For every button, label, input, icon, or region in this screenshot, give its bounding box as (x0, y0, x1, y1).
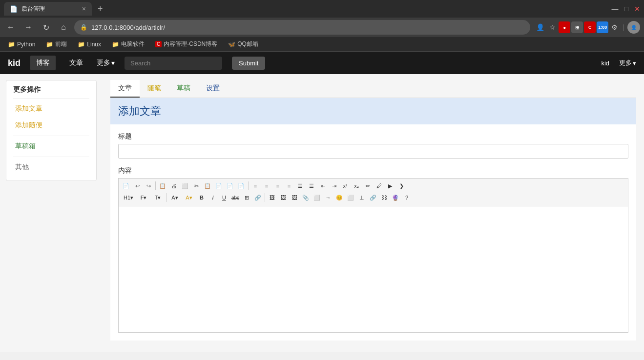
settings-icon[interactable]: ⚙ (609, 21, 620, 33)
sidebar: 更多操作 添加文章 添加随便 草稿箱 其他 (0, 74, 103, 352)
reload-button[interactable]: ↻ (39, 20, 53, 34)
rte-box[interactable]: ⬜ (312, 192, 322, 203)
rte-subscript[interactable]: x₂ (351, 180, 362, 191)
back-button[interactable]: ← (4, 20, 18, 34)
user-menu[interactable]: kid (601, 60, 609, 67)
nav-article[interactable]: 文章 (65, 57, 87, 69)
rte-cut[interactable]: ✂ (191, 180, 202, 191)
rte-arrow[interactable]: → (323, 192, 333, 203)
rte-edit[interactable]: 🖊 (374, 180, 384, 191)
rte-bold[interactable]: B (196, 192, 207, 203)
rte-align-justify[interactable]: ≡ (284, 180, 294, 191)
rte-sep (248, 181, 249, 190)
rte-copy[interactable]: 📋 (157, 180, 168, 191)
bookmark-linux[interactable]: 📁 Linux (74, 40, 105, 49)
rte-expand[interactable]: ❯ (396, 180, 407, 191)
rte-unlink[interactable]: ⛓ (379, 192, 390, 203)
rte-table[interactable]: ⊞ (241, 192, 252, 203)
rte-indent-in[interactable]: ⇥ (329, 180, 339, 191)
rte-image2[interactable]: 🖼 (278, 192, 289, 203)
rte-underline[interactable]: U (219, 192, 229, 203)
rte-redo[interactable]: ↪ (143, 180, 154, 191)
sidebar-link-draft[interactable]: 草稿箱 (13, 138, 89, 155)
lock-icon: 🔒 (80, 24, 87, 31)
rte-play[interactable]: ▶ (385, 180, 395, 191)
forward-button[interactable]: → (21, 20, 35, 34)
content-label: 内容 (118, 166, 628, 175)
bookmark-software[interactable]: 📁 电脑软件 (108, 39, 148, 49)
rte-heading[interactable]: H1▾ (121, 192, 136, 203)
ext-blue[interactable]: 1:00 (597, 21, 608, 33)
nav-more-dropdown[interactable]: 更多 ▾ (97, 59, 115, 67)
rte-spell[interactable]: ✏ (362, 180, 373, 191)
rte-strikethrough[interactable]: abc (230, 192, 241, 203)
rte-link2[interactable]: 🔗 (368, 192, 378, 203)
submit-button[interactable]: Submit (232, 57, 265, 70)
nav-blog[interactable]: 博客 (30, 56, 56, 70)
maximize-button[interactable]: □ (624, 5, 628, 13)
close-button[interactable]: ✕ (634, 5, 640, 13)
rte-align-center[interactable]: ≡ (261, 180, 272, 191)
minimize-button[interactable]: — (612, 5, 619, 13)
rte-content-area[interactable] (118, 206, 628, 333)
tab-article[interactable]: 文章 (110, 80, 140, 98)
rte-indent-out[interactable]: ⇤ (317, 180, 328, 191)
rte-frame2[interactable]: ⬜ (345, 192, 356, 203)
bookmarks-bar: 📁 Python 📁 前端 📁 Linux 📁 电脑软件 C 内容管理-CSDN… (0, 37, 644, 52)
rte-print[interactable]: 🖨 (168, 180, 179, 191)
ext-gray[interactable]: ⊞ (571, 21, 583, 33)
rte-spell2[interactable]: 🔮 (390, 192, 401, 203)
rte-sep (166, 193, 166, 202)
bookmark-qqmail[interactable]: 🦋 QQ邮箱 (224, 39, 262, 49)
home-button[interactable]: ⌂ (57, 20, 70, 34)
new-tab-button[interactable]: + (95, 4, 106, 14)
tab-settings[interactable]: 设置 (198, 80, 228, 98)
rte-paste2[interactable]: 📄 (213, 180, 224, 191)
rte-color-fg[interactable]: A▾ (182, 192, 196, 203)
profile-icon[interactable]: 👤 (534, 21, 546, 33)
rte-paste4[interactable]: 📄 (236, 180, 247, 191)
rte-paste3[interactable]: 📄 (225, 180, 235, 191)
active-tab[interactable]: 📄 后台管理 × (4, 2, 92, 16)
tab-suibi[interactable]: 随笔 (140, 80, 169, 98)
sidebar-link-other[interactable]: 其他 (13, 159, 89, 176)
rte-align-left[interactable]: ≡ (250, 180, 261, 191)
rte-image3[interactable]: 🖼 (289, 192, 300, 203)
rte-superscript[interactable]: x² (340, 180, 351, 191)
ext-red[interactable]: ● (559, 21, 570, 33)
tab-draft[interactable]: 草稿 (169, 80, 198, 98)
more-right-label: 更多 (619, 59, 632, 67)
rte-image[interactable]: 🖼 (267, 192, 277, 203)
rte-italic[interactable]: I (208, 192, 218, 203)
rte-help[interactable]: ? (401, 192, 412, 203)
rte-color-bg[interactable]: A▾ (168, 192, 182, 203)
rte-frame[interactable]: ⬜ (180, 180, 190, 191)
rte-undo[interactable]: ↩ (132, 180, 143, 191)
qqmail-icon: 🦋 (228, 41, 235, 48)
bookmark-python[interactable]: 📁 Python (4, 40, 39, 49)
rte-anchor[interactable]: ⊥ (356, 192, 367, 203)
rte-font[interactable]: F▾ (137, 192, 150, 203)
rte-link[interactable]: 🔗 (252, 192, 263, 203)
ext-csdn[interactable]: C (584, 21, 596, 33)
bookmark-csdn[interactable]: C 内容管理-CSDN博客 (151, 39, 221, 49)
bookmark-frontend[interactable]: 📁 前端 (42, 39, 71, 49)
search-input[interactable] (125, 57, 222, 70)
rte-paste[interactable]: 📋 (202, 180, 213, 191)
rte-align-right[interactable]: ≡ (272, 180, 283, 191)
rte-attach[interactable]: 📎 (300, 192, 311, 203)
tab-close-button[interactable]: × (82, 5, 86, 13)
nav-more-right[interactable]: 更多 ▾ (619, 59, 636, 67)
rte-new[interactable]: 📄 (121, 180, 131, 191)
form-body: 标题 内容 📄 ↩ ↪ 📋 🖨 ⬜ ✂ 📋 📄 (110, 124, 636, 340)
title-input[interactable] (118, 144, 628, 159)
user-avatar[interactable]: 👤 (627, 21, 640, 34)
rte-list-ordered[interactable]: ☰ (306, 180, 317, 191)
rte-size[interactable]: T▾ (151, 192, 165, 203)
address-bar[interactable]: 🔒 127.0.0.1:8000/add/articlr/ (74, 20, 530, 35)
rte-emoji[interactable]: 😊 (334, 192, 345, 203)
star-icon[interactable]: ☆ (547, 21, 558, 33)
rte-list-unordered[interactable]: ☰ (295, 180, 306, 191)
sidebar-link-add-article[interactable]: 添加文章 (13, 100, 89, 117)
sidebar-link-add-suibian[interactable]: 添加随便 (13, 117, 89, 134)
